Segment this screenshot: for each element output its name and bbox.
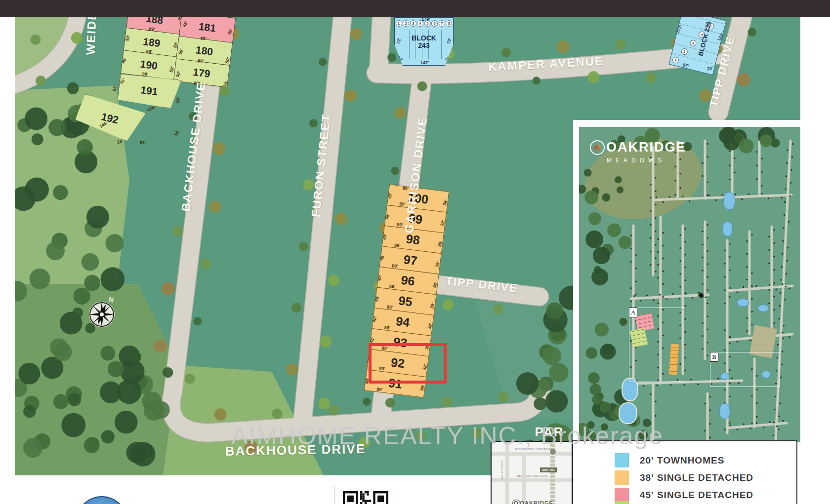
inset-forest xyxy=(595,322,609,336)
lot-number: 98 xyxy=(405,232,420,247)
inset-lot-dot xyxy=(662,201,664,203)
legend-label: 45' SINGLE DETACHED xyxy=(640,490,753,501)
inset-lot-dot xyxy=(780,292,781,294)
inset-lot-dot xyxy=(746,330,747,332)
inset-lot-dot xyxy=(781,197,782,198)
inset-lot-dot xyxy=(788,288,790,289)
inset-lot-dot xyxy=(781,364,783,365)
inset-lot-dot xyxy=(730,287,731,289)
inset-lot-dot xyxy=(706,224,708,226)
inset-lot-dot xyxy=(746,240,747,242)
inset-lot-dot xyxy=(724,349,725,350)
inset-lot-dot xyxy=(655,191,656,192)
forest-tree xyxy=(25,107,47,130)
unit-number: 6 xyxy=(431,20,438,27)
tree xyxy=(162,282,175,295)
lot-number: 179 xyxy=(192,66,211,80)
inset-lot-dot xyxy=(768,303,770,304)
tree xyxy=(557,40,569,53)
forest-tree xyxy=(77,139,93,155)
dim-label: 40' xyxy=(374,296,380,303)
top-bar xyxy=(0,0,830,17)
unit-number: 2 xyxy=(403,20,409,27)
inset-lot-dot xyxy=(747,193,749,194)
tree xyxy=(417,81,427,91)
inset-lot-dot xyxy=(779,305,781,307)
logo-text-meadows: MEADOWS xyxy=(607,157,686,164)
unit-number: 8 xyxy=(446,20,452,27)
inset-lot-dot xyxy=(777,344,779,346)
legend-label: 20' TOWNHOMES xyxy=(640,455,724,466)
inset-lot-dot xyxy=(741,198,743,200)
highlighted-lot-92-outline xyxy=(369,343,447,384)
inset-lot-dot xyxy=(670,384,671,386)
community-overview-inset: 🍂 OAKRIDGE MEADOWS A B ✺ xyxy=(577,124,800,444)
dim-label: 147' xyxy=(420,60,429,65)
forest-tree xyxy=(108,361,124,377)
inset-lot-dot xyxy=(724,250,725,251)
inset-forest xyxy=(617,187,623,194)
inset-lot-dot xyxy=(730,425,731,426)
compass-star-icon xyxy=(87,300,117,329)
lot-number: 180 xyxy=(195,44,214,58)
forest-tree xyxy=(152,401,170,419)
inset-lot-dot xyxy=(704,403,706,404)
road-left-vertical xyxy=(505,442,509,504)
dim-label: 87' xyxy=(682,62,689,69)
tree xyxy=(442,397,452,407)
inset-lot-dot xyxy=(773,256,775,257)
inset-lot-dot xyxy=(776,426,778,427)
inset-lot-dot xyxy=(690,379,692,380)
forest-tree xyxy=(105,234,124,252)
inset-lot-dot xyxy=(751,423,752,424)
inset-lot-dot xyxy=(768,249,770,251)
inset-lot-dot xyxy=(781,266,783,268)
inset-pond xyxy=(737,299,749,307)
inset-lot-dot xyxy=(774,409,775,410)
inset-lot-dot xyxy=(630,301,631,302)
dim-label: 50' xyxy=(173,129,180,136)
inset-lot-dot xyxy=(783,325,785,326)
lot-number: 95 xyxy=(398,293,413,309)
inset-lot-dot xyxy=(737,341,738,342)
inset-lot-dot xyxy=(674,194,676,195)
inset-lot-dot xyxy=(789,195,791,196)
inset-lot-dot xyxy=(662,271,664,272)
lot-number: 96 xyxy=(400,273,415,289)
logo-text-oakridge: OAKRIDGE xyxy=(606,140,686,155)
inset-lot-dot xyxy=(679,247,681,249)
inset-lot-dot xyxy=(643,385,644,387)
inset-lot-dot xyxy=(702,257,703,258)
unit-number: 7 xyxy=(439,20,445,27)
forest-tree xyxy=(100,346,115,361)
inset-lot-dot xyxy=(763,426,764,428)
inset-lot-dot xyxy=(784,201,786,203)
inset-lot-dot xyxy=(635,294,636,295)
dim-label: 38' xyxy=(382,233,388,241)
inset-lot-dot xyxy=(702,335,703,337)
inset-lot-dot xyxy=(704,430,706,431)
inset-lot-dot xyxy=(702,348,703,349)
lot-number: 188 xyxy=(145,17,164,27)
forest-tree xyxy=(72,308,83,318)
forest-tree xyxy=(163,367,173,378)
forest-tree xyxy=(84,275,100,291)
inset-lot-dot xyxy=(679,260,681,262)
unit-number: 3 xyxy=(689,39,697,47)
inset-lot-dot xyxy=(729,243,730,244)
inset-area-b-label: B xyxy=(710,352,718,362)
forest-tree xyxy=(130,351,141,363)
inset-lot-dot xyxy=(662,296,664,298)
inset-lot-dot xyxy=(755,285,757,287)
inset-lot-dot xyxy=(706,156,708,157)
legend-swatch xyxy=(615,488,629,502)
inset-lot-dot xyxy=(729,296,730,298)
inset-lot-dot xyxy=(749,340,751,341)
lot-number: 189 xyxy=(142,36,161,49)
inset-lot-dot xyxy=(630,248,631,249)
inset-lot-dot xyxy=(751,311,752,312)
lot-number: 94 xyxy=(395,314,411,330)
inset-lot-dot xyxy=(773,422,775,423)
inset-lot-dot xyxy=(773,282,775,284)
inset-lot-dot xyxy=(792,143,793,145)
